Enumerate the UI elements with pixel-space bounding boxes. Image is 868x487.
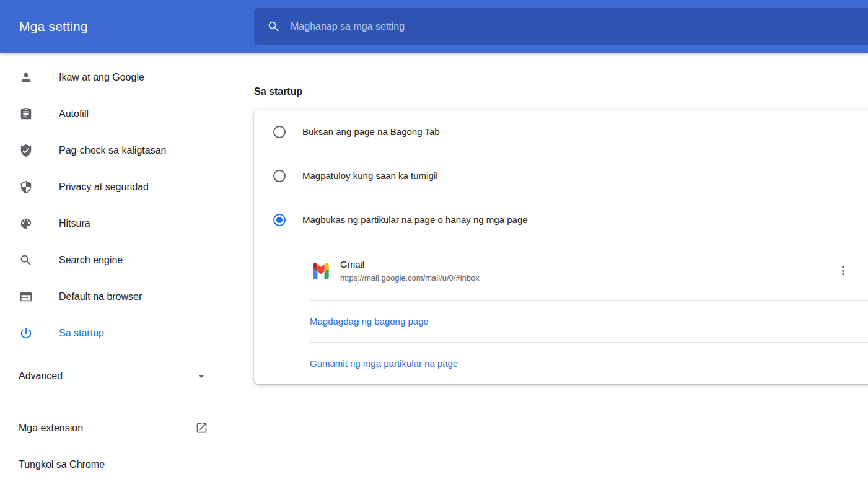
power-icon — [19, 327, 33, 340]
chevron-down-icon — [195, 369, 208, 383]
settings-search-box[interactable] — [254, 8, 868, 45]
sidebar-item-ikaw-at-ang-google[interactable]: Ikaw at ang Google — [0, 59, 224, 95]
more-actions-button[interactable] — [832, 260, 854, 282]
radio-button[interactable] — [273, 126, 286, 138]
sidebar-item-label: Privacy at seguridad — [59, 182, 149, 193]
sidebar-item-extensions[interactable]: Mga extension — [0, 410, 224, 446]
radio-button[interactable] — [273, 170, 286, 182]
option-label: Buksan ang page na Bagong Tab — [302, 126, 440, 137]
startup-options-card: Buksan ang page na Bagong Tab Magpatuloy… — [254, 110, 868, 384]
site-info: Gmail https://mail.google.com/mail/u/0/#… — [340, 259, 832, 283]
site-url: https://mail.google.com/mail/u/0/#inbox — [340, 273, 832, 283]
settings-header: Mga setting — [0, 0, 868, 53]
sidebar-item-label: Default na browser — [59, 291, 142, 302]
radio-button[interactable] — [273, 214, 286, 226]
sidebar-advanced-toggle[interactable]: Advanced — [0, 358, 224, 394]
autofill-clipboard-icon — [19, 107, 33, 121]
privacy-shield-icon — [19, 180, 33, 194]
sidebar-item-about-chrome[interactable]: Tungkol sa Chrome — [0, 446, 224, 483]
default-browser-icon — [19, 290, 33, 304]
sidebar-item-label: Pag-check sa kaligtasan — [59, 145, 166, 156]
page-title: Mga setting — [19, 19, 88, 34]
sidebar-divider — [0, 403, 224, 403]
search-icon — [267, 20, 281, 33]
option-label: Magpatuloy kung saan ka tumigil — [302, 170, 437, 181]
appearance-palette-icon — [19, 217, 33, 230]
add-new-page-button[interactable]: Magdagdag ng bagong page — [254, 301, 868, 342]
option-label: Magbukas ng partikular na page o hanay n… — [302, 214, 528, 225]
sidebar-item-default-browser[interactable]: Default na browser — [0, 278, 224, 315]
main-content: Sa startup Buksan ang page na Bagong Tab… — [224, 53, 868, 487]
sidebar-item-label: Ikaw at ang Google — [59, 72, 144, 83]
add-new-page-label: Magdagdag ng bagong page — [310, 316, 429, 327]
site-name: Gmail — [340, 259, 832, 270]
sidebar-item-appearance[interactable]: Hitsura — [0, 205, 224, 242]
sidebar-item-label: Sa startup — [59, 328, 104, 339]
sidebar-item-label: Autofill — [59, 108, 89, 120]
more-vert-icon — [836, 264, 850, 278]
option-continue-where-left-off[interactable]: Magpatuloy kung saan ka tumigil — [254, 154, 868, 198]
use-current-pages-label: Gumamit ng mga partikular na page — [310, 358, 458, 369]
sidebar-item-label: Search engine — [59, 255, 123, 266]
section-title: Sa startup — [224, 53, 868, 97]
use-current-pages-button[interactable]: Gumamit ng mga partikular na page — [254, 343, 868, 384]
person-icon — [19, 71, 33, 84]
safety-check-shield-icon — [19, 144, 33, 157]
settings-sidebar: Ikaw at ang Google Autofill Pag-check sa… — [0, 53, 224, 483]
option-open-specific-pages[interactable]: Magbukas ng partikular na page o hanay n… — [254, 198, 868, 242]
sidebar-item-autofill[interactable]: Autofill — [0, 95, 224, 132]
search-input[interactable] — [291, 21, 868, 32]
about-chrome-label: Tungkol sa Chrome — [19, 459, 208, 470]
sidebar-item-on-startup[interactable]: Sa startup — [0, 315, 224, 351]
sidebar-item-safety-check[interactable]: Pag-check sa kaligtasan — [0, 132, 224, 169]
sidebar-item-privacy-security[interactable]: Privacy at seguridad — [0, 169, 224, 205]
startup-page-row: Gmail https://mail.google.com/mail/u/0/#… — [254, 242, 868, 300]
gmail-icon — [313, 263, 329, 279]
advanced-label: Advanced — [19, 371, 195, 382]
option-open-new-tab-page[interactable]: Buksan ang page na Bagong Tab — [254, 110, 868, 154]
sidebar-item-label: Hitsura — [59, 218, 90, 229]
extensions-label: Mga extension — [19, 423, 195, 434]
open-in-new-icon — [195, 421, 208, 434]
sidebar-item-search-engine[interactable]: Search engine — [0, 242, 224, 278]
search-engine-icon — [19, 253, 33, 267]
